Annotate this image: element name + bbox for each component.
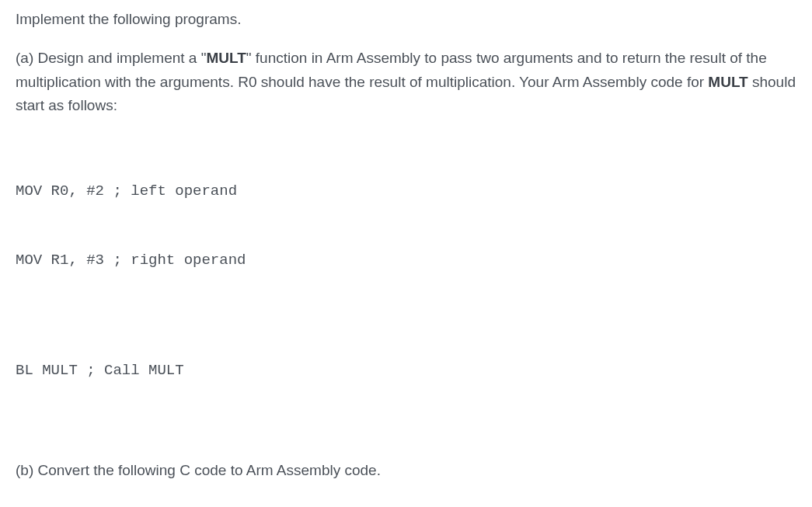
- code-block-a2: BL MULT ; Call MULT: [16, 314, 796, 405]
- part-b-content: (b) Convert the following C code to Arm …: [16, 462, 381, 478]
- part-a-description: (a) Design and implement a "MULT" functi…: [16, 47, 796, 117]
- part-a-bold2: MULT: [708, 74, 748, 90]
- code-block-a1: MOV R0, #2 ; left operand MOV R1, #3 ; r…: [16, 135, 796, 295]
- part-a-bold1: MULT: [206, 50, 246, 66]
- code-a2-line1: BL MULT ; Call MULT: [16, 359, 796, 382]
- intro-text: Implement the following programs.: [16, 8, 796, 31]
- part-b-description: (b) Convert the following C code to Arm …: [16, 459, 796, 482]
- code-block-b: int i ; int array[200] ; ... for (i=0 ; …: [16, 500, 796, 507]
- intro-content: Implement the following programs.: [16, 11, 241, 27]
- code-a1-line1: MOV R0, #2 ; left operand: [16, 180, 796, 203]
- part-a-prefix: (a) Design and implement a ": [16, 50, 206, 66]
- code-a1-line2: MOV R1, #3 ; right operand: [16, 249, 796, 272]
